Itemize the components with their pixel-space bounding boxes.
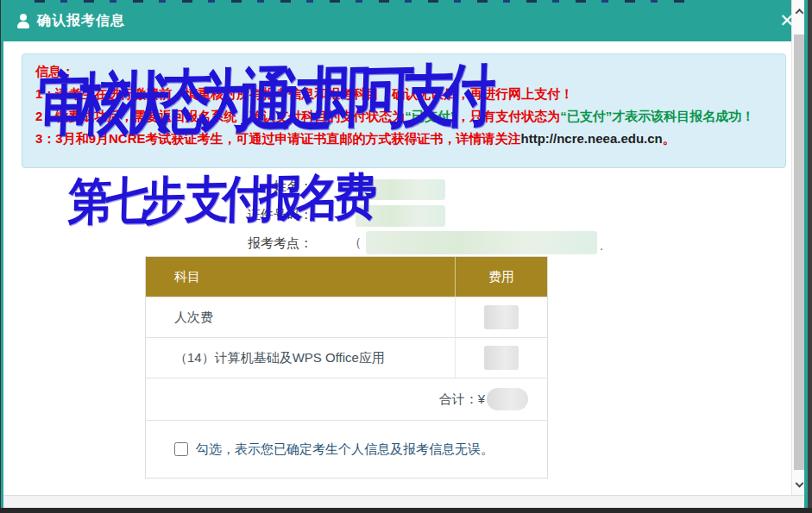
name-label: 姓名： <box>138 178 312 195</box>
notice-line-1: 1：请考生在进行缴费前，慎重核对所有报考信息和报考科目，确认无误后，再进行网上支… <box>35 83 772 105</box>
window-edge-left <box>0 0 1 508</box>
dialog-footer <box>1 495 808 508</box>
user-icon <box>16 14 30 28</box>
name-value-redacted <box>356 179 445 200</box>
subject-cell: （14）计算机基础及WPS Office应用 <box>146 350 455 366</box>
window-edge-right <box>808 0 812 513</box>
fee-value-redacted <box>484 305 519 329</box>
fee-table: 科目 费用 人次费 （14）计算机基础及WPS Office应用 合计：¥ 勾选… <box>145 256 548 479</box>
table-row: （14）计算机基础及WPS Office应用 <box>146 337 547 378</box>
dialog-border-left <box>1 0 3 508</box>
window-edge-bottom <box>0 508 812 513</box>
dialog-title: 确认报考信息 <box>37 12 125 30</box>
exam-site-paren: （ <box>349 235 362 251</box>
confirm-checkbox-label: 勾选，表示您已确定考生个人信息及报考信息无误。 <box>196 441 494 458</box>
notice-line-2: 2：缴费成功后，需要返回报名系统，确认支付科目的支付状态为“已支付”，只有支付状… <box>35 105 772 128</box>
table-row: 人次费 <box>146 297 547 337</box>
notice-line-3: 3：3月和9月NCRE考试获证考生，可通过申请证书直邮的方式获得证书，详情请关注… <box>35 128 772 150</box>
id-number-value-redacted <box>356 205 445 227</box>
subject-column-header: 科目 <box>146 269 455 285</box>
cropped-handwriting-remnant <box>35 0 690 3</box>
id-number-label: 证件号码： <box>138 207 312 223</box>
subject-cell: 人次费 <box>146 310 455 326</box>
confirm-row: 勾选，表示您已确定考生个人信息及报考信息无误。 <box>146 420 547 478</box>
confirm-checkbox[interactable] <box>174 442 188 456</box>
total-row: 合计：¥ <box>146 378 547 420</box>
exam-site-period: . <box>600 238 603 253</box>
notice-heading: 信息： <box>35 60 772 83</box>
notice-box: 信息： 1：请考生在进行缴费前，慎重核对所有报考信息和报考科目，确认无误后，再进… <box>22 53 786 168</box>
exam-site-label: 报考考点： <box>138 235 312 252</box>
fee-column-header: 费用 <box>455 257 547 297</box>
fee-table-header: 科目 费用 <box>146 257 547 297</box>
payment-confirm-dialog: 确认报考信息 ✕ 信息： 1：请考生在进行缴费前，慎重核对所有报考信息和报考科目… <box>0 0 812 513</box>
total-value-redacted <box>487 388 528 410</box>
ncre-url-text: http://ncre.neea.edu.cn <box>521 131 663 146</box>
total-label: 合计：¥ <box>439 391 485 408</box>
vertical-scrollbar[interactable] <box>791 0 805 496</box>
fee-value-redacted <box>484 346 519 370</box>
dialog-header: 确认报考信息 <box>1 0 791 41</box>
exam-site-value-redacted <box>366 231 597 254</box>
